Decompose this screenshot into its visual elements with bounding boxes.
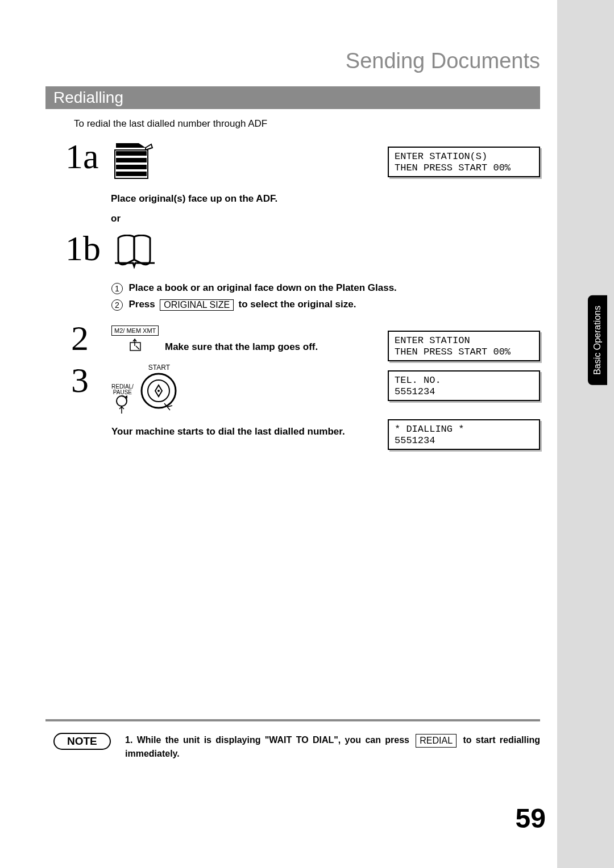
or-label: or — [111, 213, 121, 224]
page-title: Sending Documents — [346, 49, 540, 73]
page-number: 59 — [516, 803, 546, 834]
redial-keycap: REDIAL — [416, 734, 457, 748]
svg-rect-0 — [116, 151, 147, 156]
side-tab: Basic Operations — [588, 295, 607, 385]
step-3-text: Your machine starts to dial the last dia… — [111, 426, 345, 437]
lcd-display-1: ENTER STATION(S) THEN PRESS START 00% — [388, 147, 540, 177]
note-rule — [45, 719, 540, 721]
step-1b-sub1-text: Place a book or an original face down on… — [128, 282, 396, 293]
svg-point-9 — [157, 390, 160, 392]
step-1a-caption: Place original(s) face up on the ADF. — [111, 193, 277, 205]
lcd-display-3: TEL. NO. 5551234 — [388, 370, 540, 401]
start-button-icon — [139, 372, 179, 415]
step-1b-number: 1b — [65, 228, 101, 269]
section-bar: Redialling — [45, 86, 540, 109]
step-1b-sub1: 1 Place a book or an original face down … — [111, 282, 397, 294]
section-title: Redialling — [45, 86, 540, 109]
redial-label-2: PAUSE — [111, 390, 134, 395]
press-icon — [128, 338, 143, 353]
note-text: 1. While the unit is displaying "WAIT TO… — [125, 734, 540, 760]
step-1b-sub2: 2 Press ORIGINAL SIZE to select the orig… — [111, 299, 356, 311]
lcd-display-2: ENTER STATION THEN PRESS START 00% — [388, 331, 540, 361]
adf-icon — [114, 142, 154, 183]
sidebar-right: Basic Operations — [557, 0, 614, 868]
svg-rect-1 — [116, 158, 147, 162]
lcd-display-4: * DIALLING * 5551234 — [388, 419, 540, 450]
step-1a-number: 1a — [65, 136, 99, 177]
original-size-keycap: ORIGINAL SIZE — [160, 299, 234, 311]
step-2-number: 2 — [71, 318, 89, 358]
book-icon — [114, 235, 158, 272]
mem-xmt-block: M2/ MEM XMT — [111, 325, 159, 355]
step-1b-sub2-pre: Press — [128, 299, 155, 310]
start-block: REDIAL/ PAUSE START — [111, 364, 179, 418]
note-1-pre: 1. While the unit is displaying "WAIT TO… — [125, 735, 413, 745]
circled-1-icon: 1 — [111, 283, 123, 294]
note-badge: NOTE — [53, 733, 111, 750]
step-1b-sub2-post: to select the original size. — [239, 299, 356, 310]
redial-icon — [114, 395, 131, 416]
intro-text: To redial the last dialled number throug… — [74, 118, 267, 130]
circled-2-icon: 2 — [111, 299, 123, 311]
mem-xmt-keycap: M2/ MEM XMT — [111, 326, 159, 336]
start-label: START — [139, 364, 179, 372]
step-2-text: Make sure that the lamp goes off. — [165, 341, 318, 353]
step-3-number: 3 — [71, 360, 89, 400]
svg-rect-3 — [116, 172, 147, 176]
svg-rect-2 — [116, 165, 147, 169]
